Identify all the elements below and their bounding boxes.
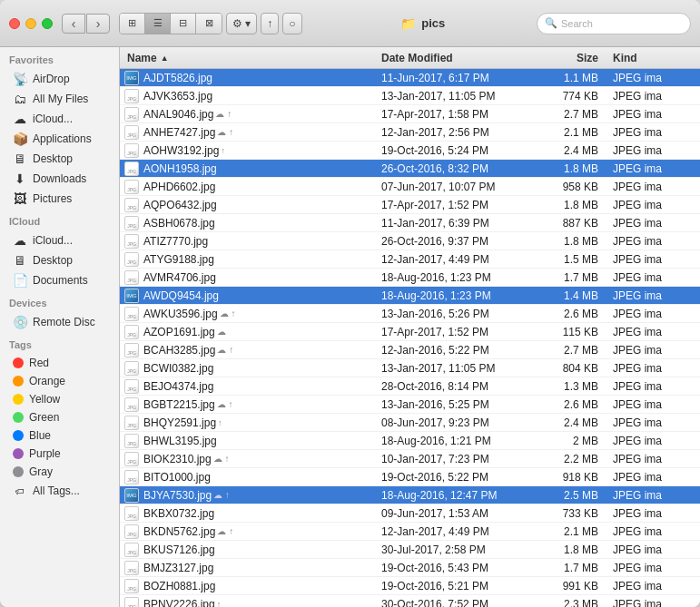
table-row[interactable]: JPG BKDN5762.jpg ☁ ↑ 12-Jan-2017, 4:49 P… [120, 523, 700, 541]
file-icon: JPG [124, 597, 139, 608]
table-row[interactable]: JPG BMJZ3127.jpg 19-Oct-2016, 5:43 PM 1.… [120, 559, 700, 577]
sidebar-item-downloads[interactable]: ⬇Downloads [4, 169, 115, 189]
close-button[interactable] [9, 18, 20, 29]
tag-label-red: Red [29, 357, 49, 369]
table-row[interactable]: JPG AJVK3653.jpg 13-Jan-2017, 11:05 PM 7… [120, 87, 700, 105]
file-name-cell: JPG APHD6602.jpg [120, 180, 374, 194]
sidebar-icon-icloud2: ☁ [13, 233, 27, 248]
table-row[interactable]: JPG BCWI0382.jpg 13-Jan-2017, 11:05 PM 8… [120, 359, 700, 377]
file-thumbnail: JPG [123, 361, 140, 376]
table-row[interactable]: JPG ASBH0678.jpg 11-Jan-2017, 6:39 PM 88… [120, 214, 700, 232]
sidebar-item-all-my-files[interactable]: 🗂All My Files [4, 89, 115, 109]
sidebar-item-desktop[interactable]: 🖥Desktop [4, 149, 115, 169]
table-row[interactable]: JPG BHWL3195.jpg 18-Aug-2016, 1:21 PM 2 … [120, 432, 700, 450]
col-date-header[interactable]: Date Modified [374, 52, 533, 64]
file-name: AWDQ9454.jpg [143, 289, 219, 302]
table-row[interactable]: JPG BGBT2215.jpg ☁ ↑ 13-Jan-2016, 5:25 P… [120, 396, 700, 414]
sidebar-item-orange[interactable]: Orange [4, 372, 115, 390]
file-kind: JPEG ima [606, 289, 700, 302]
col-size-header[interactable]: Size [533, 52, 606, 64]
cloud-upload-icon: ☁ ↑ [217, 127, 233, 137]
sidebar-label-icloud2: iCloud... [33, 234, 73, 247]
sidebar-item-blue[interactable]: Blue [4, 426, 115, 445]
file-name: BIOK2310.jpg [143, 453, 212, 465]
table-row[interactable]: JPG AVMR4706.jpg 18-Aug-2016, 1:23 PM 1.… [120, 269, 700, 287]
sidebar-item-pictures[interactable]: 🖼Pictures [4, 189, 115, 209]
file-name-cell: JPG ATYG9188.jpg [120, 252, 374, 267]
table-row[interactable]: IMG AJDT5826.jpg 11-Jun-2017, 6:17 PM 1.… [120, 69, 700, 87]
table-row[interactable]: JPG BIOK2310.jpg ☁ ↑ 10-Jan-2017, 7:23 P… [120, 450, 700, 468]
file-thumbnail: JPG [123, 506, 140, 521]
file-icon: JPG [124, 452, 139, 466]
sidebar-item-remote-disc[interactable]: 💿Remote Disc [4, 312, 115, 332]
file-icon: JPG [124, 325, 139, 339]
table-row[interactable]: JPG ANHE7427.jpg ☁ ↑ 12-Jan-2017, 2:56 P… [120, 123, 700, 142]
table-row[interactable]: JPG ATYG9188.jpg 12-Jan-2017, 4:49 PM 1.… [120, 250, 700, 269]
search-bar[interactable]: 🔍 Search [537, 13, 691, 34]
sidebar-item-documents[interactable]: 📄Documents [4, 270, 115, 290]
tag-button[interactable]: ○ [282, 13, 301, 34]
table-row[interactable]: JPG AQPO6432.jpg 17-Apr-2017, 1:52 PM 1.… [120, 196, 700, 214]
sidebar-item-red[interactable]: Red [4, 354, 115, 372]
action-button[interactable]: ⚙ ▾ [226, 13, 257, 34]
view-list-button[interactable]: ☰ [145, 14, 171, 34]
table-row[interactable]: JPG BKBX0732.jpg 09-Jun-2017, 1:53 AM 73… [120, 504, 700, 523]
sidebar-item-applications[interactable]: 📦Applications [4, 129, 115, 149]
table-row[interactable]: JPG BPNV2226.jpg ↑ 30-Oct-2016, 7:52 PM … [120, 595, 700, 607]
table-row[interactable]: JPG AWKU3596.jpg ☁ ↑ 13-Jan-2016, 5:26 P… [120, 305, 700, 323]
cloud-upload-icon: ☁ ↑ [215, 109, 232, 119]
minimize-button[interactable] [25, 18, 36, 29]
table-row[interactable]: JPG BEJO4374.jpg 28-Oct-2016, 8:14 PM 1.… [120, 377, 700, 396]
sidebar-item-gray[interactable]: Gray [4, 463, 115, 481]
table-row[interactable]: JPG APHD6602.jpg 07-Jun-2017, 10:07 PM 9… [120, 178, 700, 196]
file-date: 26-Oct-2016, 8:32 PM [374, 162, 533, 175]
sidebar-item-desktop2[interactable]: 🖥Desktop [4, 250, 115, 270]
table-row[interactable]: IMG BJYA7530.jpg ☁ ↑ 18-Aug-2016, 12:47 … [120, 486, 700, 504]
sidebar-icon-applications: 📦 [13, 132, 27, 146]
file-icon: JPG [124, 180, 139, 194]
col-kind-header[interactable]: Kind [606, 52, 700, 64]
maximize-button[interactable] [42, 18, 53, 29]
table-row[interactable]: JPG AOHW3192.jpg ↑ 19-Oct-2016, 5:24 PM … [120, 142, 700, 160]
view-column-button[interactable]: ⊟ [171, 14, 196, 34]
forward-button[interactable]: › [86, 14, 110, 34]
file-date: 30-Oct-2016, 7:52 PM [374, 598, 533, 608]
table-row[interactable]: JPG BOZH0881.jpg 19-Oct-2016, 5:21 PM 99… [120, 577, 700, 595]
table-row[interactable]: JPG AZOP1691.jpg ☁ 17-Apr-2017, 1:52 PM … [120, 323, 700, 341]
file-icon: JPG [124, 125, 139, 140]
file-thumbnail: JPG [123, 470, 140, 485]
back-button[interactable]: ‹ [62, 14, 85, 34]
view-cover-button[interactable]: ⊠ [196, 14, 222, 34]
file-date: 19-Oct-2016, 5:22 PM [374, 471, 533, 484]
file-size: 887 KB [533, 217, 606, 230]
file-kind: JPEG ima [606, 471, 700, 484]
sidebar-item-all-tags[interactable]: 🏷All Tags... [4, 481, 115, 501]
file-kind: JPEG ima [606, 144, 700, 157]
sidebar-item-yellow[interactable]: Yellow [4, 390, 115, 408]
share-button[interactable]: ↑ [261, 13, 279, 34]
icloud-list: ☁iCloud...🖥Desktop📄Documents [0, 230, 119, 290]
sidebar-item-icloud-drive[interactable]: ☁iCloud... [4, 109, 115, 129]
sidebar-item-icloud2[interactable]: ☁iCloud... [4, 230, 115, 250]
sidebar-label-desktop: Desktop [33, 152, 73, 165]
file-date: 11-Jun-2017, 6:17 PM [374, 72, 533, 84]
file-thumbnail: JPG [123, 579, 140, 593]
table-row[interactable]: JPG BKUS7126.jpg 30-Jul-2017, 2:58 PM 1.… [120, 541, 700, 559]
table-row[interactable]: JPG ANAL9046.jpg ☁ ↑ 17-Apr-2017, 1:58 P… [120, 105, 700, 123]
file-icon: JPG [124, 470, 139, 485]
table-row[interactable]: JPG BHQY2591.jpg ↑ 08-Jun-2017, 9:23 PM … [120, 414, 700, 432]
sidebar-item-airdrop[interactable]: 📡AirDrop [4, 69, 115, 89]
table-row[interactable]: JPG AONH1958.jpg 26-Oct-2016, 8:32 PM 1.… [120, 160, 700, 178]
table-row[interactable]: IMG AWDQ9454.jpg 18-Aug-2016, 1:23 PM 1.… [120, 287, 700, 305]
file-size: 774 KB [533, 90, 606, 103]
table-row[interactable]: JPG BCAH3285.jpg ☁ ↑ 12-Jan-2016, 5:22 P… [120, 341, 700, 359]
file-date: 17-Apr-2017, 1:52 PM [374, 326, 533, 338]
view-icon-button[interactable]: ⊞ [120, 14, 145, 34]
table-row[interactable]: JPG BITO1000.jpg 19-Oct-2016, 5:22 PM 91… [120, 468, 700, 486]
file-icon: JPG [124, 361, 139, 376]
sidebar-item-purple[interactable]: Purple [4, 445, 115, 463]
table-row[interactable]: JPG ATIZ7770.jpg 26-Oct-2016, 9:37 PM 1.… [120, 232, 700, 250]
file-size: 804 KB [533, 362, 606, 375]
col-name-header[interactable]: Name ▲ [120, 52, 374, 64]
sidebar-item-green[interactable]: Green [4, 408, 115, 426]
